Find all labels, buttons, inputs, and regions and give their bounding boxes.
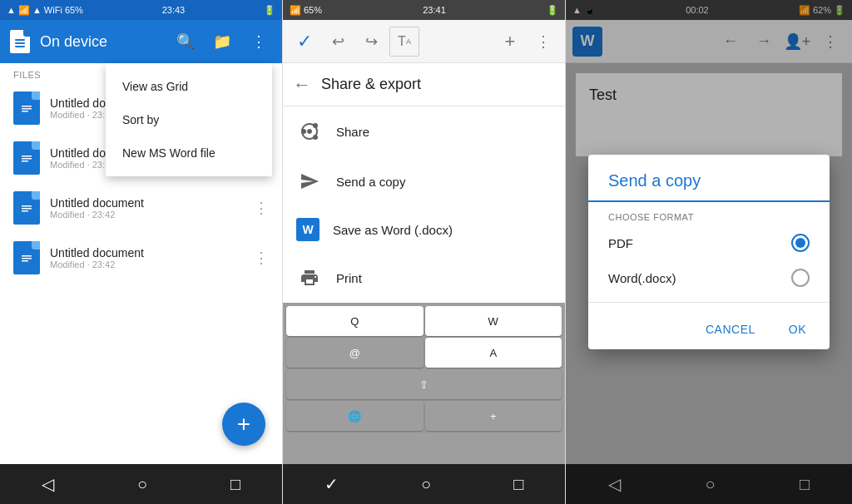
status-bar-1: ▲ 📶 ▲ WiFi 65% 23:43 🔋 xyxy=(0,0,282,20)
svg-rect-10 xyxy=(22,208,32,210)
battery-icon: 🔋 xyxy=(264,5,275,16)
svg-rect-2 xyxy=(22,108,32,110)
panel-send-copy: ▲ 📱 00:02 📶 62% 🔋 W ← → 👤+ ⋮ Test Send a… xyxy=(566,0,852,504)
send-copy-icon xyxy=(296,168,323,195)
file-more-4[interactable]: ⋮ xyxy=(254,249,269,267)
status-icons-2-right: 🔋 xyxy=(547,5,558,16)
nav-back-1[interactable]: ◁ xyxy=(42,474,54,494)
file-icon-2 xyxy=(13,141,40,175)
send-copy-dialog: Send a copy CHOOSE FORMAT PDF Word(.docx… xyxy=(588,155,830,349)
nav-home-2[interactable]: ○ xyxy=(421,475,431,494)
battery-2: 65% xyxy=(304,5,322,15)
file-info-4: Untitled document Modified · 23:42 xyxy=(50,246,244,269)
svg-rect-9 xyxy=(22,205,32,207)
menu-item-print[interactable]: Print xyxy=(283,253,565,303)
share-icon xyxy=(296,118,323,145)
time-2: 23:41 xyxy=(423,5,446,15)
dialog-divider xyxy=(588,302,830,303)
option-word[interactable]: Word(.docx) xyxy=(588,260,830,295)
nav-bar-2: ✓ ○ □ xyxy=(283,464,565,504)
nav-home-1[interactable]: ○ xyxy=(137,475,147,494)
svg-rect-5 xyxy=(22,156,32,157)
key-q[interactable]: Q xyxy=(286,306,424,336)
save-word-label: Save as Word (.docx) xyxy=(333,223,453,237)
file-icon-1 xyxy=(13,91,40,125)
ok-button[interactable]: OK xyxy=(775,316,820,343)
share-export-header: ← Share & export xyxy=(283,63,565,106)
svg-rect-1 xyxy=(22,106,32,107)
app-bar-1: On device 🔍 📁 ⋮ xyxy=(0,20,282,63)
option-pdf[interactable]: PDF xyxy=(588,225,830,260)
svg-rect-15 xyxy=(22,260,28,262)
choose-format-label: CHOOSE FORMAT xyxy=(588,202,830,225)
file-icon-4 xyxy=(13,241,40,274)
dialog-actions: Cancel OK xyxy=(588,309,830,349)
fab-add[interactable]: + xyxy=(222,403,265,446)
key-w[interactable]: W xyxy=(425,306,562,336)
file-icon-3 xyxy=(13,191,40,225)
key-a[interactable]: A xyxy=(425,338,562,368)
cancel-button[interactable]: Cancel xyxy=(692,316,769,343)
svg-point-17 xyxy=(301,129,306,134)
nav-recents-2[interactable]: □ xyxy=(513,475,523,494)
check-button[interactable]: ✓ xyxy=(290,27,320,57)
docs-app-icon xyxy=(10,30,30,53)
panel-file-list: ▲ 📶 ▲ WiFi 65% 23:43 🔋 On device 🔍 📁 ⋮ F… xyxy=(0,0,283,504)
send-copy-label: Send a copy xyxy=(336,175,405,189)
key-plus[interactable]: + xyxy=(425,401,562,431)
dropdown-new-word[interactable]: New MS Word file xyxy=(106,136,272,170)
status-bar-2: 📶 65% 23:41 🔋 xyxy=(283,0,565,20)
file-more-3[interactable]: ⋮ xyxy=(254,199,269,217)
search-button[interactable]: 🔍 xyxy=(172,28,199,55)
svg-rect-11 xyxy=(22,210,28,212)
menu-item-send-copy[interactable]: Send a copy xyxy=(283,156,565,206)
time-1: 23:43 xyxy=(162,5,186,15)
svg-rect-13 xyxy=(22,255,32,257)
svg-rect-7 xyxy=(22,161,28,162)
word-label: Word(.docx) xyxy=(608,271,676,285)
word-radio[interactable] xyxy=(791,269,810,287)
file-name-3: Untitled document xyxy=(50,196,244,210)
status-icons-2-left: 📶 65% xyxy=(290,5,322,16)
more-button[interactable]: ⋮ xyxy=(245,28,272,55)
word-icon: W xyxy=(296,218,320,241)
battery-icon-2: 🔋 xyxy=(547,5,558,16)
format-button[interactable]: TA xyxy=(389,27,419,57)
key-globe[interactable]: 🌐 xyxy=(286,401,424,431)
nav-recents-1[interactable]: □ xyxy=(230,475,240,494)
dropdown-view-grid[interactable]: View as Grid xyxy=(106,70,272,103)
svg-point-16 xyxy=(313,123,318,128)
keyboard-area: Q W @ A ⇧ 🌐 + xyxy=(283,303,565,464)
file-meta-4: Modified · 23:42 xyxy=(50,259,244,269)
key-at[interactable]: @ xyxy=(286,338,424,368)
file-name-4: Untitled document xyxy=(50,246,244,259)
status-icons-left: ▲ 📶 ▲ WiFi 65% xyxy=(7,5,83,16)
menu-item-save-word[interactable]: W Save as Word (.docx) xyxy=(283,206,565,253)
file-item-3[interactable]: Untitled document Modified · 23:42 ⋮ xyxy=(0,183,282,233)
svg-rect-6 xyxy=(22,158,32,160)
battery-label: ▲ WiFi 65% xyxy=(32,5,83,15)
file-meta-3: Modified · 23:42 xyxy=(50,210,244,220)
panel-share-export: 📶 65% 23:41 🔋 ✓ ↩ ↪ TA + ⋮ ← Share & exp… xyxy=(283,0,566,504)
redo-button[interactable]: ↪ xyxy=(356,27,386,57)
app-title: On device xyxy=(40,33,162,51)
google-icon: ▲ xyxy=(7,5,16,15)
nav-check-2[interactable]: ✓ xyxy=(324,474,339,494)
file-info-3: Untitled document Modified · 23:42 xyxy=(50,196,244,220)
dialog-title: Send a copy xyxy=(588,155,830,202)
add-button[interactable]: + xyxy=(495,27,525,57)
key-shift[interactable]: ⇧ xyxy=(286,369,562,399)
folder-button[interactable]: 📁 xyxy=(209,28,235,55)
file-item-4[interactable]: Untitled document Modified · 23:42 ⋮ xyxy=(0,233,282,283)
more-button-2[interactable]: ⋮ xyxy=(528,27,558,57)
pdf-radio[interactable] xyxy=(791,234,810,252)
svg-point-18 xyxy=(313,135,318,140)
print-icon xyxy=(296,264,323,291)
back-icon-2[interactable]: ← xyxy=(293,74,311,96)
signal-icon-2: 📶 xyxy=(290,5,301,16)
undo-button[interactable]: ↩ xyxy=(323,27,353,57)
menu-item-share[interactable]: Share xyxy=(283,106,565,156)
nav-bar-1: ◁ ○ □ xyxy=(0,464,282,504)
dropdown-menu: View as Grid Sort by New MS Word file xyxy=(106,63,272,176)
dropdown-sort-by[interactable]: Sort by xyxy=(106,103,272,136)
